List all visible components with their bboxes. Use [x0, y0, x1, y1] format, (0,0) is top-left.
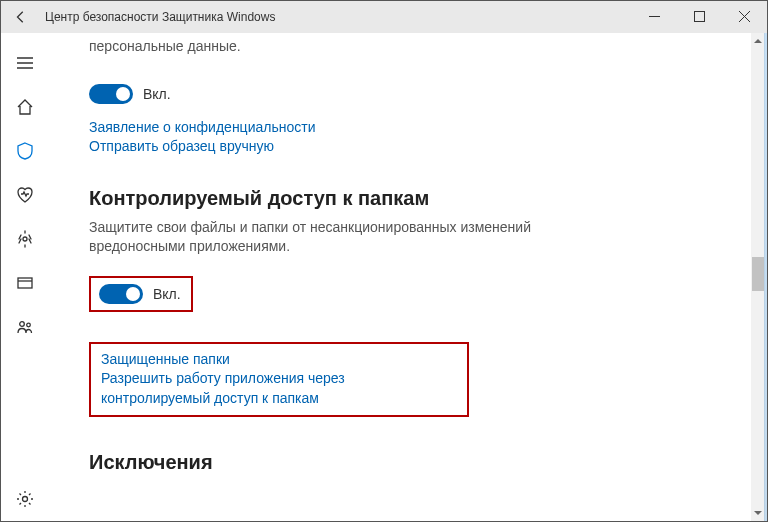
- title-bar: Центр безопасности Защитника Windows: [1, 1, 767, 33]
- scrollbar-down-arrow-icon[interactable]: [751, 505, 765, 521]
- svg-point-3: [20, 322, 25, 327]
- submit-sample-link[interactable]: Отправить образец вручную: [89, 137, 767, 157]
- scrollbar-thumb[interactable]: [752, 257, 764, 291]
- controlled-folder-access-desc: Защитите свои файлы и папки от несанкцио…: [89, 218, 609, 256]
- svg-point-1: [23, 237, 27, 241]
- app-window: Центр безопасности Защитника Windows: [0, 0, 768, 522]
- sidebar-item-home[interactable]: [1, 85, 49, 129]
- cfa-toggle[interactable]: [99, 284, 143, 304]
- privacy-statement-link[interactable]: Заявление о конфиденциальности: [89, 118, 767, 138]
- scrollbar-up-arrow-icon[interactable]: [751, 33, 765, 49]
- maximize-button[interactable]: [677, 1, 722, 33]
- annotation-highlight-toggle: Вкл.: [89, 276, 193, 312]
- sidebar-item-device-health[interactable]: [1, 173, 49, 217]
- window-body: персональные данные. Вкл. Заявление о ко…: [1, 33, 767, 521]
- sidebar-item-family[interactable]: [1, 305, 49, 349]
- exclusions-title: Исключения: [89, 451, 767, 474]
- svg-rect-2: [18, 278, 32, 288]
- svg-point-4: [27, 323, 31, 327]
- close-button[interactable]: [722, 1, 767, 33]
- sample-submit-toggle[interactable]: [89, 84, 133, 104]
- sidebar-item-settings[interactable]: [1, 477, 49, 521]
- window-title: Центр безопасности Защитника Windows: [41, 10, 632, 24]
- protected-folders-link[interactable]: Защищенные папки: [101, 350, 457, 370]
- sidebar: [1, 33, 49, 521]
- back-button[interactable]: [1, 1, 41, 33]
- sidebar-item-app-control[interactable]: [1, 261, 49, 305]
- window-right-edge-accent: [764, 33, 767, 521]
- hamburger-menu-button[interactable]: [1, 41, 49, 85]
- allow-app-cfa-link[interactable]: Разрешить работу приложения через контро…: [101, 369, 457, 408]
- sample-submit-toggle-label: Вкл.: [143, 86, 171, 102]
- controlled-folder-access-title: Контролируемый доступ к папкам: [89, 187, 767, 210]
- content-area: персональные данные. Вкл. Заявление о ко…: [49, 33, 767, 521]
- annotation-highlight-links: Защищенные папки Разрешить работу прилож…: [89, 342, 469, 417]
- sample-submit-toggle-row: Вкл.: [89, 84, 767, 104]
- sidebar-item-virus-protection[interactable]: [1, 129, 49, 173]
- svg-rect-0: [695, 12, 705, 22]
- sidebar-item-firewall[interactable]: [1, 217, 49, 261]
- cfa-toggle-label: Вкл.: [153, 286, 181, 302]
- cloud-sample-desc-trailing: персональные данные.: [89, 37, 609, 56]
- svg-point-5: [23, 497, 28, 502]
- vertical-scrollbar[interactable]: [751, 33, 765, 521]
- minimize-button[interactable]: [632, 1, 677, 33]
